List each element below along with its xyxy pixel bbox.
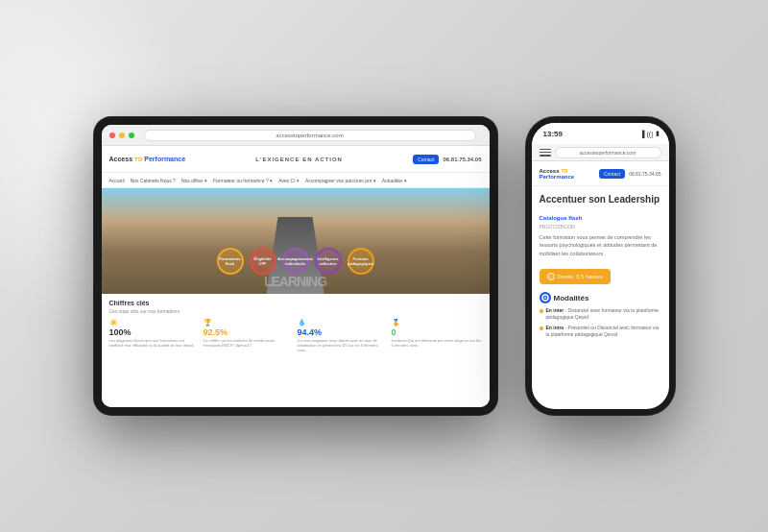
modality-text-2: En intra - Présentiel ou Distanciel avec…: [546, 325, 661, 338]
circle-label-2: Éligibilité CPF: [253, 256, 273, 266]
phone-modalities: En inter - Distanciel avec formateur via…: [540, 307, 661, 338]
hero-circles: Formations flash Éligibilité CPF Accompa…: [217, 248, 374, 275]
stat-item-1: ☀️ 100% Les stagiaires disent que nos fo…: [109, 319, 200, 353]
phone-device: 13:59 ▐ (() ▮ accesstoperformance.com: [526, 117, 675, 415]
phone-logo-performance: Performance: [540, 174, 575, 180]
modalities-icon: [540, 292, 551, 303]
stats-title: Chiffres clés: [109, 300, 482, 306]
hero-circle-2[interactable]: Éligibilité CPF: [250, 248, 276, 275]
hero-circle-1[interactable]: Formations flash: [217, 248, 244, 275]
tablet-device: accesstoperformance.com Access TO Perfor…: [94, 117, 497, 415]
tablet-site: Access TO Performance L'EXIGENCE EN ACTI…: [102, 146, 490, 407]
phone-page-title: Accentuer son Leadership: [540, 194, 661, 205]
phone-duration-button: ⏱ Durée 3.5 heures: [540, 269, 612, 284]
stat-label-3: Ce sont stagiaires nous disent avoir un …: [298, 338, 388, 353]
stat-number-3: 94.4%: [298, 327, 388, 337]
circle-label-1: Formations flash: [220, 256, 241, 266]
phone-browser-bar: accesstoperformance.com: [532, 144, 669, 161]
logo-performance: Performance: [144, 156, 185, 162]
subnav-item-parcours[interactable]: Accompagner vos parcours pro ▾: [305, 178, 376, 183]
battery-icon: ▮: [656, 130, 660, 137]
tablet-screen: accesstoperformance.com Access TO Perfor…: [102, 125, 490, 407]
menu-line-3: [540, 155, 551, 157]
phone-status-bar: 13:59 ▐ (() ▮: [532, 123, 669, 144]
phone-logo-area: Access TO Performance: [540, 168, 575, 180]
stat-label-2: Ce chiffre sur les modules de nombreuses…: [204, 338, 294, 348]
tablet-stats: Chiffres clés Ces stats clés sur nos for…: [102, 294, 490, 407]
modality-bullet-2: [540, 326, 543, 330]
clock-icon: ⏱: [547, 273, 555, 280]
stat-number-1: 100%: [109, 327, 200, 337]
tablet-nav: Access TO Performance L'EXIGENCE EN ACTI…: [102, 146, 490, 173]
circle-label-3: Accompagnements individuels: [277, 256, 313, 266]
phone-nav: Access TO Performance Contact 06.81.75.3…: [532, 161, 669, 186]
tablet-logo: Access TO Performance: [109, 156, 186, 162]
tablet-hero-bg: LEARNING Formations flash Éligibilité CP…: [102, 188, 490, 294]
signal-icon: ▐: [640, 131, 645, 137]
stat-label-4: Incidents Qui ont relevants par notre st…: [392, 338, 482, 348]
modality-item-1: En inter - Distanciel avec formateur via…: [540, 307, 661, 321]
modalities-label: Modalités: [554, 294, 589, 302]
subnav-item-ci[interactable]: Avec CI ▾: [278, 178, 300, 183]
modality-bullet-1: [540, 309, 543, 313]
subnav-item-actualites[interactable]: Actualités ▾: [382, 178, 407, 183]
phone-description: Cette formation vous permet de comprendr…: [540, 233, 661, 257]
phone-site: Access TO Performance Contact 06.81.75.3…: [532, 161, 669, 409]
tablet-url-bar[interactable]: accesstoperformance.com: [144, 130, 476, 141]
tablet-nav-right: Contact 06.81.75.34.05: [413, 155, 481, 164]
phone-url-text: accesstoperformance.com: [580, 150, 636, 156]
stat-item-3: 💧 94.4% Ce sont stagiaires nous disent a…: [298, 319, 388, 353]
tablet-contact-button[interactable]: Contact: [413, 155, 439, 164]
modality-item-2: En intra - Présentiel ou Distanciel avec…: [540, 325, 661, 338]
phone-ref: PRG0722BG020: [540, 224, 661, 230]
road-text: LEARNING: [264, 274, 326, 289]
phone-number: 06.81.75.34.65: [629, 171, 660, 177]
hero-circle-5[interactable]: Formats pédagogiques: [348, 248, 374, 275]
tablet-subnav: Accueil Nos Cabinets Nous ? Nos offres ▾…: [102, 173, 490, 188]
duration-label: Durée: [558, 274, 573, 279]
stat-item-2: 🏆 92.5% Ce chiffre sur les modules de no…: [204, 319, 294, 353]
duration-value: 3.5 heures: [576, 274, 603, 279]
stat-icon-1: ☀️: [109, 319, 200, 326]
phone-badge: Catalogue flash: [540, 215, 583, 221]
phone-url-bar[interactable]: accesstoperformance.com: [555, 147, 661, 158]
svg-point-1: [544, 297, 546, 299]
circle-label-5: Formats pédagogiques: [348, 256, 373, 266]
subnav-item-offres[interactable]: Nos offres ▾: [181, 178, 207, 183]
stat-icon-3: 💧: [298, 319, 388, 326]
menu-line-1: [540, 149, 551, 151]
browser-dot-yellow: [119, 133, 125, 138]
phone-contact-button[interactable]: Contact: [599, 169, 625, 179]
modality-text-1: En inter - Distanciel avec formateur via…: [546, 307, 661, 321]
subnav-item-formateur[interactable]: Formateur ou formatrice ? ▾: [213, 178, 273, 183]
phone-status-icons: ▐ (() ▮: [640, 130, 660, 137]
phone-time: 13:59: [543, 130, 563, 138]
tablet-phone: 06.81.75.34.05: [443, 157, 481, 162]
modalities-section-title: Modalités: [540, 292, 661, 303]
wifi-icon: ((): [647, 131, 654, 137]
tablet-tagline: L'EXIGENCE EN ACTION: [185, 157, 413, 162]
phone-content: Accentuer son Leadership Catalogue flash…: [532, 186, 669, 409]
menu-line-2: [540, 152, 551, 154]
stats-grid: ☀️ 100% Les stagiaires disent que nos fo…: [109, 319, 482, 353]
tablet-url-text: accesstoperformance.com: [276, 133, 343, 138]
tablet-hero: LEARNING Formations flash Éligibilité CP…: [102, 188, 490, 294]
subnav-item-accueil[interactable]: Accueil: [109, 178, 125, 183]
hero-circle-4[interactable]: Intelligence collective: [315, 248, 342, 275]
circle-label-4: Intelligence collective: [318, 256, 339, 266]
stat-item-4: 🏅 0 Incidents Qui ont relevants par notr…: [392, 319, 482, 353]
stat-number-2: 92.5%: [204, 327, 294, 337]
tablet-browser-bar: accesstoperformance.com: [102, 125, 490, 146]
logo-access: Access: [109, 156, 133, 162]
stats-subtitle: Ces stats clés sur nos formations: [109, 308, 482, 314]
stat-number-4: 0: [392, 327, 482, 337]
logo-to: TO: [134, 157, 142, 162]
subnav-item-cabinets[interactable]: Nos Cabinets Nous ?: [131, 178, 176, 183]
hero-circle-3[interactable]: Accompagnements individuels: [282, 248, 309, 275]
phone-screen: 13:59 ▐ (() ▮ accesstoperformance.com: [532, 123, 669, 409]
stat-icon-2: 🏆: [204, 319, 294, 326]
phone-menu-icon: [540, 149, 551, 157]
browser-dot-red: [109, 133, 115, 138]
scene: accesstoperformance.com Access TO Perfor…: [94, 117, 675, 415]
stat-label-1: Les stagiaires disent que nos formations…: [109, 338, 200, 348]
